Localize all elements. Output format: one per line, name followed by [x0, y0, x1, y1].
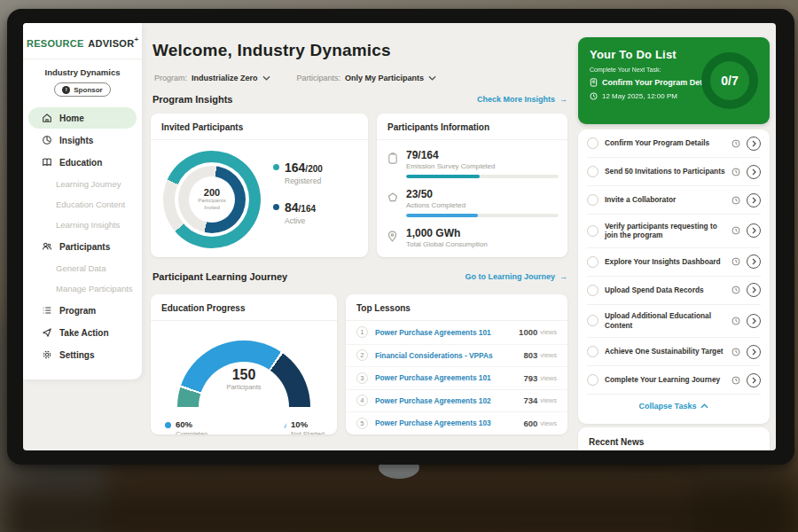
active-label: Active: [285, 216, 316, 225]
todo-task-row: Send 50 Invitations to Participants: [587, 158, 761, 186]
gear-icon: [42, 349, 52, 360]
sponsor-badge: ! Sponsor: [54, 82, 111, 97]
participants-select[interactable]: Participants: Only My Participants: [297, 74, 437, 82]
todo-progress-ring: 0/7: [701, 52, 758, 109]
task-open-button[interactable]: [747, 283, 761, 297]
lesson-link[interactable]: Power Purchase Agreements 101: [375, 373, 523, 382]
sidebar-item-home[interactable]: Home: [28, 107, 137, 129]
recent-news-card: Recent News: [578, 427, 770, 450]
survey-icon: [387, 153, 398, 164]
todo-task-row: Achieve One Sustainability Target: [587, 338, 761, 366]
program-select[interactable]: Program: Industrialize Zero: [154, 74, 270, 82]
participants-information-card: Participants Information 79/164 Emission…: [377, 113, 567, 257]
task-checkbox[interactable]: [587, 137, 598, 149]
gauge-center: 150 Participants: [177, 367, 310, 391]
registered-total: /200: [305, 164, 322, 174]
lesson-link[interactable]: Financial Considerations - VPPAs: [375, 351, 523, 360]
todo-task-row: Confirm Your Program Details: [587, 129, 761, 158]
sidebar-item-participants[interactable]: Participants: [28, 236, 137, 257]
recent-news-title: Recent News: [578, 427, 770, 450]
clock-icon: [732, 226, 740, 235]
lesson-rank: 2: [356, 349, 368, 361]
chevron-right-icon: [752, 227, 756, 234]
collapse-tasks-link[interactable]: Collapse Tasks: [639, 402, 709, 411]
task-checkbox[interactable]: [587, 346, 598, 357]
education-icon: [42, 157, 52, 168]
education-progress-card: Education Progress 150 Participants 60% …: [151, 294, 337, 434]
invited-donut: 200 Participants Invited: [163, 151, 261, 248]
lesson-row: 1 Power Purchase Agreements 101 1000 vie…: [346, 321, 567, 344]
task-open-button[interactable]: [747, 165, 761, 179]
task-open-button[interactable]: [747, 223, 761, 238]
lesson-link[interactable]: Power Purchase Agreements 101: [375, 328, 519, 337]
task-checkbox[interactable]: [587, 315, 598, 326]
sidebar-item-learning-journey[interactable]: Learning Journey: [23, 174, 142, 194]
task-label: Send 50 Invitations to Participants: [605, 167, 725, 176]
page-title: Welcome, Industry Dynamics: [153, 41, 391, 60]
progress-fill: [406, 175, 480, 178]
todo-task-row: Upload Additional Educational Content: [587, 305, 761, 339]
sidebar-item-education-content[interactable]: Education Content: [23, 194, 142, 215]
link-label: Go to Learning Journey: [465, 272, 555, 281]
check-more-insights-link[interactable]: Check More Insights →: [477, 95, 567, 104]
sidebar-item-general-data[interactable]: General Data: [23, 258, 142, 278]
sidebar-item-program[interactable]: Program: [28, 300, 137, 321]
participants-select-value: Only My Participants: [345, 74, 424, 82]
task-checkbox[interactable]: [587, 285, 598, 296]
logo-text-primary: RESOURCE: [27, 38, 84, 49]
chevron-right-icon: [752, 286, 756, 293]
chevron-right-icon: [752, 348, 756, 356]
active-legend-row: 84/164 Active: [273, 200, 323, 225]
task-label: Achieve One Sustainability Target: [605, 347, 725, 356]
sidebar-item-manage-participants[interactable]: Manage Participants: [23, 278, 142, 299]
lesson-link[interactable]: Power Purchase Agreements 103: [375, 419, 523, 427]
sidebar-item-label: Insights: [59, 136, 93, 145]
lesson-row: 2 Financial Considerations - VPPAs 803 v…: [346, 344, 567, 367]
task-checkbox[interactable]: [587, 166, 598, 177]
task-checkbox[interactable]: [587, 256, 598, 268]
sidebar-item-label: Participants: [59, 242, 110, 252]
chevron-right-icon: [752, 377, 756, 384]
lesson-link[interactable]: Power Purchase Agreements 102: [375, 396, 523, 405]
survey-label: Emission Survey Completed: [406, 162, 559, 170]
link-label: Collapse Tasks: [639, 402, 697, 411]
sidebar-item-learning-insights[interactable]: Learning Insights: [23, 215, 142, 235]
lessons-list: 1 Power Purchase Agreements 101 1000 vie…: [346, 321, 567, 434]
monitor-bezel: RESOURCE ADVISOR+ Industry Dynamics ! Sp…: [7, 9, 794, 465]
task-checkbox[interactable]: [587, 225, 598, 237]
lesson-rank: 1: [356, 326, 368, 338]
views-suffix: views: [540, 374, 557, 382]
task-open-button[interactable]: [747, 254, 761, 269]
sidebar-item-education[interactable]: Education: [28, 152, 137, 173]
task-open-button[interactable]: [747, 345, 761, 359]
todo-progress-hole: 0/7: [710, 61, 749, 100]
lesson-rank: 4: [356, 395, 368, 406]
card-title: Participants Information: [377, 113, 567, 140]
program-icon: [42, 305, 52, 316]
lesson-row: 5 Power Purchase Agreements 103 600 view…: [346, 411, 567, 434]
chevron-right-icon: [752, 140, 756, 147]
sidebar-item-settings[interactable]: Settings: [28, 344, 137, 365]
participants-icon: [42, 241, 52, 252]
task-open-button[interactable]: [747, 314, 761, 328]
clock-icon: [732, 286, 740, 294]
actions-value: 23/50: [406, 188, 559, 200]
active-dot: [273, 204, 279, 210]
info-row-actions: 23/50 Actions Completed: [387, 188, 555, 217]
task-open-button[interactable]: [747, 137, 761, 151]
task-checkbox[interactable]: [587, 374, 598, 386]
info-row-survey: 79/164 Emission Survey Completed: [387, 149, 555, 178]
task-open-button[interactable]: [747, 373, 761, 387]
clock-icon: [732, 139, 740, 148]
org-name: Industry Dynamics: [23, 67, 142, 77]
sidebar-item-take-action[interactable]: Take Action: [28, 322, 137, 343]
chevron-right-icon: [752, 258, 756, 265]
sidebar-item-label: Settings: [59, 350, 94, 360]
task-open-button[interactable]: [747, 193, 761, 207]
sidebar-item-insights[interactable]: Insights: [28, 129, 137, 151]
task-label: Complete Your Learning Journey: [605, 375, 725, 385]
go-to-learning-journey-link[interactable]: Go to Learning Journey →: [465, 272, 567, 281]
clock-icon: [732, 348, 740, 356]
task-checkbox[interactable]: [587, 194, 598, 206]
card-title: Education Progress: [151, 294, 337, 321]
